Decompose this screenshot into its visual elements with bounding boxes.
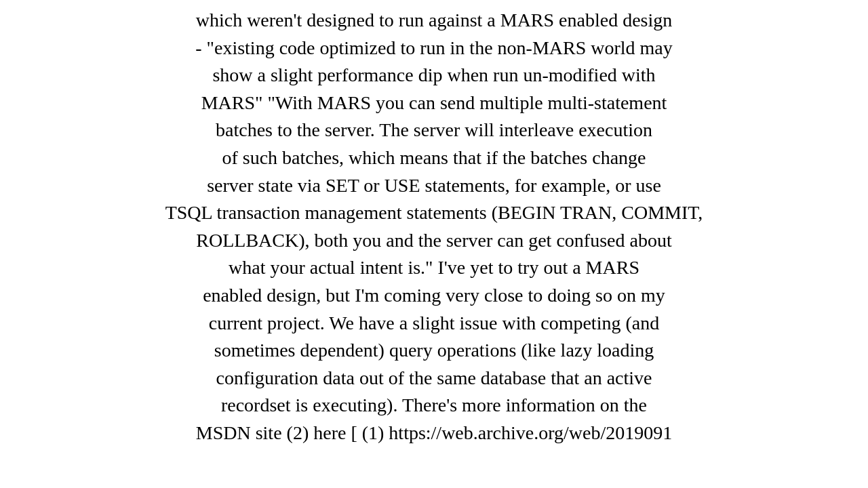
text-line: which weren't designed to run against a … [20, 7, 848, 35]
text-line: show a slight performance dip when run u… [20, 62, 848, 89]
text-line: configuration data out of the same datab… [20, 365, 848, 392]
text-line: server state via SET or USE statements, … [20, 172, 848, 200]
text-line: MARS" "With MARS you can send multiple m… [20, 89, 848, 117]
text-line: enabled design, but I'm coming very clos… [20, 282, 848, 310]
text-line: - "existing code optimized to run in the… [20, 35, 848, 62]
text-line: ROLLBACK), both you and the server can g… [20, 227, 848, 255]
text-line: batches to the server. The server will i… [20, 117, 848, 144]
text-line: MSDN site (2) here [ (1) https://web.arc… [20, 420, 848, 447]
text-line: current project. We have a slight issue … [20, 310, 848, 338]
text-line: TSQL transaction management statements (… [20, 199, 848, 227]
text-line: sometimes dependent) query operations (l… [20, 337, 848, 365]
text-line: what your actual intent is." I've yet to… [20, 254, 848, 282]
article-text: which weren't designed to run against a … [20, 7, 848, 447]
text-line: of such batches, which means that if the… [20, 144, 848, 172]
text-line: recordset is executing). There's more in… [20, 392, 848, 420]
main-content: which weren't designed to run against a … [0, 0, 868, 454]
